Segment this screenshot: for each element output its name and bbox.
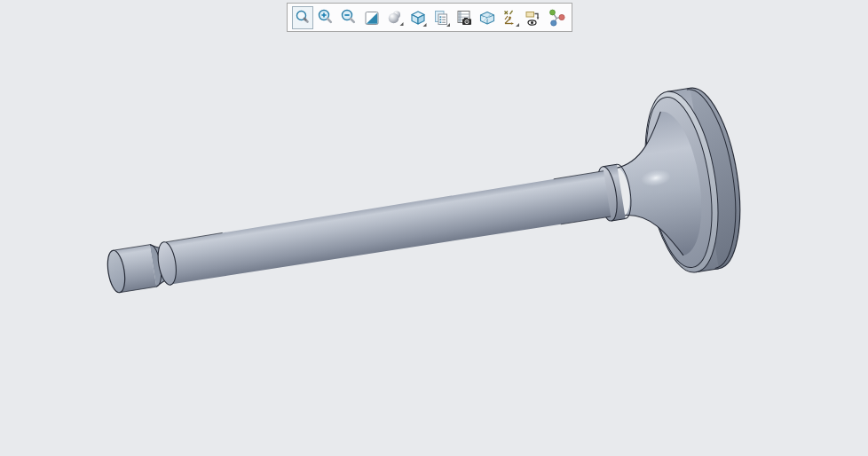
datum-display-filters-icon <box>501 8 520 28</box>
dropdown-arrow <box>400 22 404 26</box>
valve-part[interactable] <box>94 83 751 364</box>
zoom-region-icon <box>293 8 312 28</box>
display-style-icon <box>385 8 405 28</box>
graphics-toolbar <box>287 3 572 32</box>
repaint-button[interactable] <box>361 6 383 29</box>
image-capture-button[interactable] <box>454 6 475 29</box>
zoom-out-icon <box>339 8 359 28</box>
valve-3d-model[interactable] <box>0 0 868 456</box>
perspective-view-icon <box>477 8 497 28</box>
annotation-display-icon <box>524 8 543 28</box>
spin-center-icon <box>547 8 566 28</box>
valve-stem[interactable] <box>165 171 611 287</box>
dropdown-arrow <box>423 23 427 27</box>
zoom-in-icon <box>316 8 335 28</box>
dropdown-arrow <box>516 23 519 27</box>
display-style-button[interactable] <box>384 6 406 29</box>
zoom-region-button[interactable] <box>292 6 313 29</box>
view-manager-button[interactable] <box>430 6 452 29</box>
zoom-in-button[interactable] <box>315 6 336 29</box>
spin-center-button[interactable] <box>546 6 567 29</box>
repaint-icon <box>362 8 382 28</box>
view-manager-icon <box>431 8 451 28</box>
zoom-out-button[interactable] <box>338 6 359 29</box>
perspective-view-button[interactable] <box>477 6 498 29</box>
datum-display-filters-button[interactable] <box>500 6 521 29</box>
saved-orientations-icon <box>408 8 428 28</box>
annotation-display-button[interactable] <box>523 6 544 29</box>
image-capture-icon <box>454 8 474 28</box>
model-viewport[interactable] <box>0 0 868 456</box>
saved-orientations-button[interactable] <box>407 6 429 29</box>
